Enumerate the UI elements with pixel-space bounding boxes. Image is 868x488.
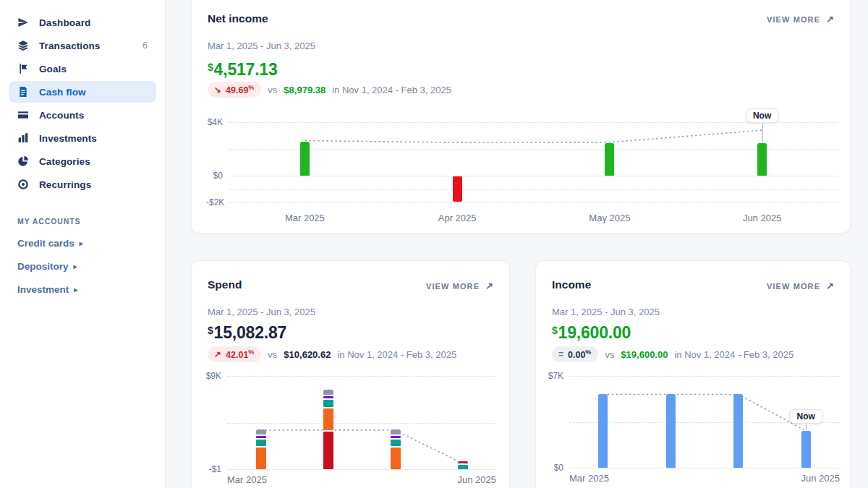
sidebar-item-dashboard[interactable]: Dashboard [9,12,156,33]
net-income-value: $4,517.13 [208,60,278,80]
change-row: ↘ 49.69% vs $8,979.38 in Nov 1, 2024 - F… [208,82,451,98]
view-more-link[interactable]: VIEW MORE ↗ [426,281,493,291]
bar-May 2025[interactable] [605,143,614,176]
gridline-7000 [569,376,840,377]
bar-segment-Jun 2025[interactable] [458,461,468,463]
external-arrow-icon: ↗ [826,14,834,25]
change-row: = 0.00% vs $19,600.00 in Nov 1, 2024 - F… [552,346,793,362]
x-axis-label: Mar 2025 [272,213,337,223]
bar-segment-Jun 2025[interactable] [458,465,468,469]
bar-Jun 2025[interactable] [801,431,811,468]
bar-Jun 2025[interactable] [757,143,767,176]
account-group-label: Investment [17,284,69,295]
bar-Apr 2025[interactable] [453,176,462,202]
bar-segment-Mar 2025[interactable] [256,440,266,446]
gridline-2000 [229,149,838,150]
sidebar-item-cash-flow[interactable]: Cash flow [9,81,156,103]
currency-symbol: $ [208,325,213,336]
date-range: Mar 1, 2025 - Jun 3, 2025 [552,307,660,317]
sidebar-item-label: Investments [39,133,97,144]
account-group-investment[interactable]: Investment ▸ [17,282,148,296]
y-axis-label: $0 [548,462,563,474]
view-more-link[interactable]: VIEW MORE ↗ [767,281,834,291]
bar-May 2025[interactable] [733,394,743,468]
change-badge: ↘ 49.69% [208,82,261,98]
spend-value: $15,082.87 [208,323,286,343]
bar-segment-Mar 2025[interactable] [256,429,266,435]
bar-segment-May 2025[interactable] [391,440,401,446]
card-title: Spend [208,278,242,291]
y-axis-label: $7K [548,370,563,382]
net-income-chart: $4K$0-$2KNowMar 2025Apr 2025May 2025Jun … [206,115,838,223]
bar-Mar 2025[interactable] [300,142,310,176]
x-axis-label: May 2025 [577,213,642,223]
bar-segment-Apr 2025[interactable] [323,390,333,395]
y-axis-label: $0 [206,170,223,181]
bar-segment-Apr 2025[interactable] [323,408,333,430]
previous-period-dashed-line [227,371,496,469]
equals-icon: = [558,349,563,359]
send-icon [17,17,29,28]
arrow-down-right-icon: ↘ [214,85,221,95]
gridline--2000 [229,202,838,203]
layers-icon [17,40,29,51]
bar-segment-May 2025[interactable] [391,436,401,438]
external-arrow-icon: ↗ [485,281,493,291]
bar-segment-Apr 2025[interactable] [323,400,333,406]
bar-segment-Apr 2025[interactable] [323,396,333,398]
sidebar-item-goals[interactable]: Goals [9,58,156,80]
bar-segment-Apr 2025[interactable] [323,432,333,469]
vs-period: in Nov 1, 2024 - Feb 3, 2025 [674,349,793,360]
gridline-0 [569,468,840,468]
account-group-depository[interactable]: Depository ▸ [17,259,148,273]
account-group-label: Credit cards [17,238,75,249]
vs-period: in Nov 1, 2024 - Feb 3, 2025 [332,85,451,95]
x-axis-label: Jun 2025 [801,473,841,484]
bar-Apr 2025[interactable] [666,394,676,468]
change-badge: ↗ 42.01% [208,346,261,362]
bar-segment-May 2025[interactable] [391,448,401,469]
vs-value: $10,620.62 [284,349,331,360]
x-axis-label: Mar 2025 [569,473,609,484]
previous-period-dashed-line [229,115,838,208]
change-row: ↗ 42.01% vs $10,620.62 in Nov 1, 2024 - … [208,346,456,362]
sidebar-item-recurrings[interactable]: Recurrings [9,174,156,195]
change-badge: = 0.00% [552,346,598,362]
vs-label: vs [268,349,277,360]
bar-segment-Mar 2025[interactable] [256,448,266,469]
chevron-right-icon: ▸ [74,285,77,294]
gridline-4500 [227,423,496,424]
sidebar-item-label: Recurrings [39,179,91,190]
income-value: $19,600.00 [552,323,631,343]
sidebar-item-label: Goals [39,64,67,74]
bar-segment-Mar 2025[interactable] [256,436,266,438]
bar-Mar 2025[interactable] [598,394,608,468]
spend-chart: $9K-$1Mar 2025Jun 2025 [203,371,496,487]
currency-symbol: $ [552,325,558,336]
credit-card-icon [17,109,29,121]
chevron-right-icon: ▸ [80,239,83,247]
x-axis-label: Apr 2025 [425,213,490,223]
sidebar-item-label: Transactions [39,40,100,51]
account-group-credit-cards[interactable]: Credit cards ▸ [17,236,148,250]
bar-segment-May 2025[interactable] [391,429,401,435]
sidebar-item-label: Cash flow [39,87,86,98]
main-content: Net income VIEW MORE ↗ Mar 1, 2025 - Jun… [166,0,868,488]
bar-chart-icon [17,132,29,144]
vs-value: $8,979.38 [284,85,326,95]
x-axis-label: Mar 2025 [227,474,267,485]
vs-period: in Nov 1, 2024 - Feb 3, 2025 [337,349,456,360]
y-axis-label: -$2K [206,197,223,208]
view-more-link[interactable]: VIEW MORE ↗ [767,14,834,25]
sidebar-item-categories[interactable]: Categories [9,150,156,172]
sidebar-item-investments[interactable]: Investments [9,127,156,149]
spend-card: Spend VIEW MORE ↗ Mar 1, 2025 - Jun 3, 2… [191,260,510,488]
now-marker-line [762,124,763,142]
external-arrow-icon: ↗ [826,281,834,291]
arrow-up-right-icon: ↗ [214,349,221,359]
view-more-label: VIEW MORE [767,282,820,291]
sidebar-item-accounts[interactable]: Accounts [9,104,156,126]
card-title: Net income [208,12,268,25]
sidebar-item-transactions[interactable]: Transactions 6 [9,35,156,56]
net-income-card: Net income VIEW MORE ↗ Mar 1, 2025 - Jun… [191,0,851,234]
